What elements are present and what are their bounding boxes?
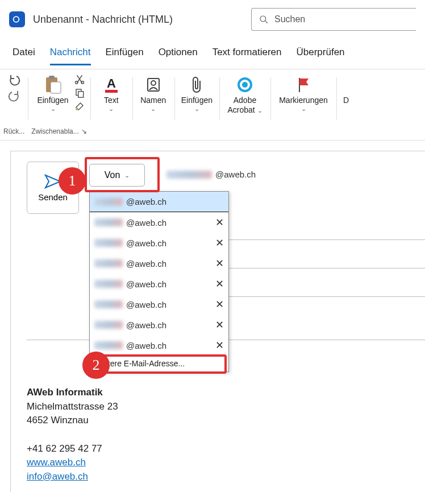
signature-street: Michelmattstrasse 23 bbox=[27, 400, 414, 414]
remove-icon[interactable]: ✕ bbox=[215, 257, 224, 270]
search-input[interactable]: Suchen bbox=[251, 8, 416, 31]
redacted-text bbox=[94, 300, 123, 308]
svg-point-13 bbox=[151, 81, 156, 85]
font-color-icon: A bbox=[103, 75, 120, 94]
redacted-text bbox=[94, 259, 123, 267]
ribbon-group-adobe: AdobeAcrobat ⌄ bbox=[219, 73, 270, 137]
redacted-text bbox=[94, 198, 123, 206]
search-placeholder: Suchen bbox=[274, 14, 305, 24]
svg-point-1 bbox=[260, 16, 266, 22]
svg-rect-5 bbox=[51, 82, 61, 93]
chevron-down-icon: ⌄ bbox=[109, 105, 114, 113]
flag-icon bbox=[296, 75, 311, 94]
remove-icon[interactable]: ✕ bbox=[215, 237, 224, 249]
format-painter-icon[interactable] bbox=[74, 101, 85, 111]
ribbon-group-undo-label: Rück... bbox=[3, 126, 24, 137]
from-option[interactable]: @aweb.ch ✕ bbox=[90, 212, 228, 233]
svg-point-0 bbox=[14, 16, 19, 22]
remove-icon[interactable]: ✕ bbox=[215, 216, 224, 229]
tab-text-formatieren[interactable]: Text formatieren bbox=[213, 47, 282, 65]
from-current-value: @aweb.ch bbox=[166, 170, 256, 179]
text-format-button[interactable]: A Text ⌄ bbox=[94, 73, 129, 114]
tab-einfuegen[interactable]: Einfügen bbox=[106, 47, 144, 65]
search-icon bbox=[259, 14, 269, 24]
outlook-app-icon bbox=[9, 11, 25, 27]
compose-pane: 1 Senden Von ⌄ @aweb.ch @aweb.ch ✕ bbox=[10, 151, 425, 492]
svg-rect-11 bbox=[105, 90, 118, 93]
svg-line-2 bbox=[265, 21, 268, 23]
ribbon-group-text: A Text ⌄ bbox=[90, 73, 132, 137]
svg-point-6 bbox=[75, 81, 78, 84]
title-bar: Unbenannt - Nachricht (HTML) Suchen bbox=[0, 0, 425, 39]
ribbon-group-include: Einfügen ⌄ bbox=[174, 73, 219, 137]
adobe-icon bbox=[236, 75, 253, 94]
redacted-text bbox=[94, 321, 123, 329]
signature-company: AWeb Informatik bbox=[27, 386, 414, 400]
remove-icon[interactable]: ✕ bbox=[215, 298, 224, 311]
clipboard-icon bbox=[43, 75, 63, 94]
from-dropdown-list: @aweb.ch @aweb.ch ✕ @aweb.ch ✕ @aweb.ch … bbox=[89, 191, 229, 372]
ribbon-group-cutoff: D bbox=[336, 73, 356, 137]
adobe-acrobat-button[interactable]: AdobeAcrobat ⌄ bbox=[223, 73, 267, 116]
tab-optionen[interactable]: Optionen bbox=[159, 47, 198, 65]
cutoff-button[interactable]: D bbox=[340, 73, 352, 106]
remove-icon[interactable]: ✕ bbox=[215, 339, 224, 352]
redo-icon[interactable] bbox=[7, 90, 21, 102]
tab-nachricht[interactable]: Nachricht bbox=[50, 47, 91, 65]
attach-button[interactable]: Einfügen ⌄ bbox=[178, 73, 216, 114]
svg-point-7 bbox=[81, 81, 84, 84]
paperclip-icon bbox=[189, 75, 204, 94]
ribbon-group-clipboard-label: Zwischenabla... ↘ bbox=[31, 126, 86, 137]
ribbon: Rück... Einfügen ⌄ Zwischenabla... ↘ bbox=[0, 69, 425, 141]
window-title: Unbenannt - Nachricht (HTML) bbox=[33, 14, 173, 26]
annotation-marker-2: 2 bbox=[82, 352, 110, 379]
cut-icon[interactable] bbox=[74, 74, 85, 84]
email-signature: AWeb Informatik Michelmattstrasse 23 465… bbox=[27, 386, 414, 484]
annotation-marker-1: 1 bbox=[59, 167, 86, 195]
tab-ueberpruefen[interactable]: Überprüfen bbox=[297, 47, 345, 65]
from-option[interactable]: @aweb.ch ✕ bbox=[90, 233, 228, 253]
signature-city: 4652 Winznau bbox=[27, 414, 414, 428]
ribbon-group-clipboard: Einfügen ⌄ Zwischenabla... ↘ bbox=[28, 73, 90, 137]
redacted-text bbox=[94, 218, 123, 226]
redacted-text bbox=[94, 341, 123, 349]
from-option[interactable]: @aweb.ch ✕ bbox=[90, 294, 228, 315]
signature-phone: +41 62 295 42 77 bbox=[27, 442, 414, 456]
copy-icon[interactable] bbox=[74, 88, 85, 98]
chevron-down-icon: ⌄ bbox=[257, 107, 262, 114]
from-option[interactable]: @aweb.ch ✕ bbox=[90, 274, 228, 294]
chevron-down-icon: ⌄ bbox=[301, 105, 306, 113]
ribbon-group-names: Namen ⌄ bbox=[132, 73, 174, 137]
paste-button[interactable]: Einfügen ⌄ bbox=[34, 73, 72, 114]
ribbon-group-tags: Markierungen ⌄ bbox=[270, 73, 336, 137]
dialog-launcher-icon[interactable]: ↘ bbox=[81, 127, 87, 135]
redacted-text bbox=[166, 171, 212, 179]
svg-text:A: A bbox=[107, 76, 116, 90]
chevron-down-icon: ⌄ bbox=[194, 105, 199, 113]
from-option[interactable]: @aweb.ch ✕ bbox=[90, 315, 228, 335]
from-more-addresses[interactable]: Weitere E-Mail-Adresse... bbox=[90, 356, 228, 371]
from-dropdown-button[interactable]: Von ⌄ bbox=[89, 164, 145, 187]
redacted-text bbox=[94, 239, 123, 247]
redacted-text bbox=[94, 280, 123, 288]
from-option[interactable]: @aweb.ch ✕ bbox=[90, 335, 228, 356]
svg-rect-4 bbox=[49, 76, 55, 79]
signature-email-link[interactable]: info@aweb.ch bbox=[27, 471, 88, 482]
from-option[interactable]: @aweb.ch ✕ bbox=[90, 253, 228, 274]
from-option[interactable]: @aweb.ch bbox=[90, 192, 228, 212]
chevron-down-icon: ⌄ bbox=[51, 105, 56, 113]
undo-icon[interactable] bbox=[7, 74, 21, 86]
signature-web-link[interactable]: www.aweb.ch bbox=[27, 457, 86, 468]
remove-icon[interactable]: ✕ bbox=[215, 278, 224, 290]
address-book-icon bbox=[145, 75, 162, 94]
ribbon-tabs: Datei Nachricht Einfügen Optionen Text f… bbox=[0, 39, 425, 65]
chevron-down-icon: ⌄ bbox=[124, 172, 130, 179]
svg-point-15 bbox=[242, 82, 248, 88]
svg-rect-9 bbox=[78, 92, 83, 98]
tab-datei[interactable]: Datei bbox=[13, 47, 35, 65]
ribbon-group-undo: Rück... bbox=[0, 73, 28, 137]
chevron-down-icon: ⌄ bbox=[151, 105, 156, 113]
flag-button[interactable]: Markierungen ⌄ bbox=[274, 73, 333, 114]
remove-icon[interactable]: ✕ bbox=[215, 319, 224, 331]
names-button[interactable]: Namen ⌄ bbox=[136, 73, 171, 114]
